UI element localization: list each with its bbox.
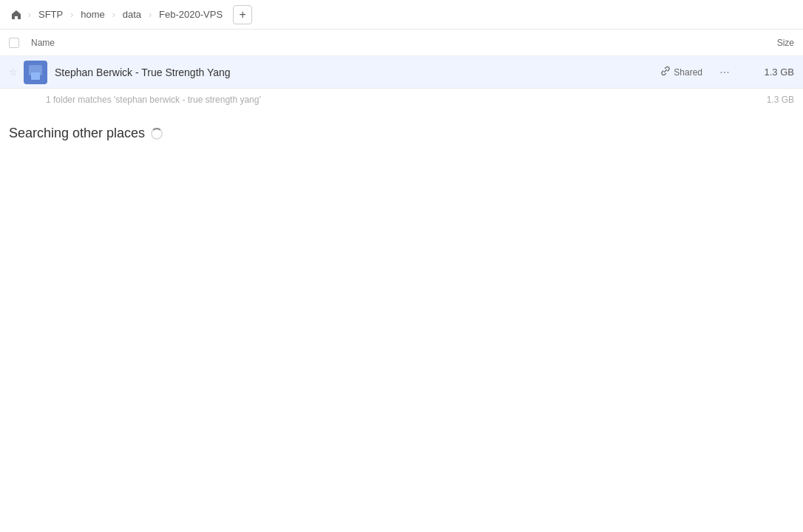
breadcrumb-sftp[interactable]: SFTP — [35, 7, 66, 21]
breadcrumb-home[interactable]: home — [78, 7, 108, 21]
breadcrumb-sep-4: › — [149, 10, 152, 20]
home-icon[interactable] — [9, 7, 24, 22]
matches-info-row: 1 folder matches 'stephan berwick - true… — [0, 89, 803, 111]
add-button[interactable]: + — [233, 5, 252, 24]
folder-icon — [24, 61, 47, 84]
link-icon — [660, 66, 671, 78]
column-headers: Name Size — [0, 30, 803, 56]
name-column-header: Name — [31, 38, 735, 48]
searching-section: Searching other places — [0, 111, 803, 147]
breadcrumb-sep-2: › — [70, 10, 73, 20]
size-column-header: Size — [735, 38, 794, 48]
select-all-checkbox-area[interactable] — [9, 38, 31, 48]
star-icon[interactable]: ☆ — [9, 66, 24, 78]
matches-text: 1 folder matches 'stephan berwick - true… — [46, 95, 261, 105]
select-all-checkbox[interactable] — [9, 38, 19, 48]
breadcrumb-sep-1: › — [28, 10, 31, 20]
searching-text: Searching other places — [9, 126, 145, 141]
breadcrumb-bar: › SFTP › home › data › Feb-2020-VPS + — [0, 0, 803, 30]
more-options-button[interactable]: ··· — [714, 62, 735, 83]
shared-badge[interactable]: Shared — [654, 64, 708, 81]
file-actions: Shared ··· — [654, 62, 735, 83]
file-row[interactable]: ☆ Stephan Berwick - True Strength Yang S… — [0, 56, 803, 89]
breadcrumb-data[interactable]: data — [120, 7, 144, 21]
breadcrumb-feb2020vps[interactable]: Feb-2020-VPS — [156, 7, 226, 21]
shared-label: Shared — [674, 67, 702, 78]
file-name-label: Stephan Berwick - True Strength Yang — [55, 66, 654, 78]
matches-size: 1.3 GB — [767, 95, 794, 105]
searching-label: Searching other places — [9, 126, 794, 141]
file-size: 1.3 GB — [735, 66, 794, 78]
loading-spinner — [151, 128, 163, 140]
breadcrumb-sep-3: › — [112, 10, 115, 20]
